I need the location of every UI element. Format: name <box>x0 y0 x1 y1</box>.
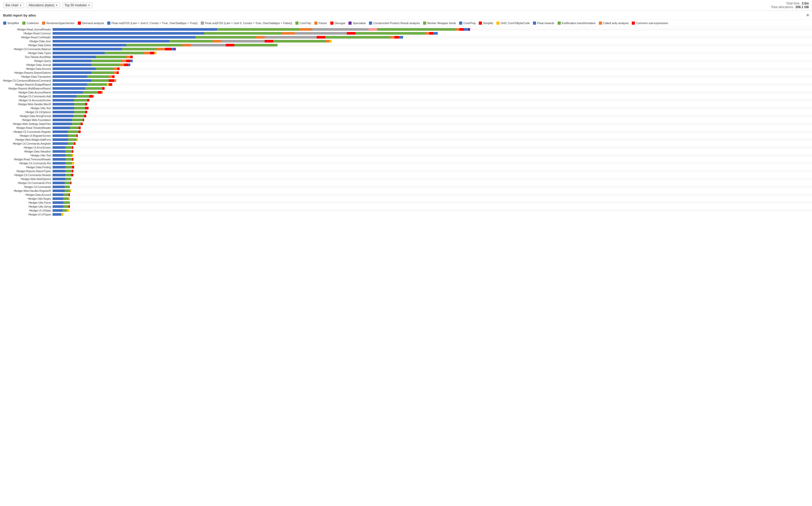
bar-segment[interactable] <box>53 68 96 70</box>
bar-segment[interactable] <box>226 44 234 47</box>
scope-dropdown[interactable]: Top 50 modules ▼ <box>62 2 93 8</box>
bar-segment[interactable] <box>355 32 425 35</box>
bar-segment[interactable] <box>85 87 103 90</box>
bar-segment[interactable] <box>53 166 65 168</box>
bar-segment[interactable] <box>91 79 109 82</box>
bar-segment[interactable] <box>53 111 74 113</box>
bar-segment[interactable] <box>165 48 172 51</box>
bar-segment[interactable] <box>70 182 72 184</box>
bar-segment[interactable] <box>53 131 68 133</box>
bar-segment[interactable] <box>72 122 81 125</box>
bar-segment[interactable] <box>68 142 74 145</box>
bar-segment[interactable] <box>53 174 65 176</box>
bar-segment[interactable] <box>65 150 72 153</box>
bar-segment[interactable] <box>53 182 65 184</box>
bar-segment[interactable] <box>53 83 87 86</box>
bar-segment[interactable] <box>65 154 72 157</box>
bar-segment[interactable] <box>72 154 73 157</box>
bar-segment[interactable] <box>53 146 65 149</box>
bar-segment[interactable] <box>117 71 119 74</box>
bar-segment[interactable] <box>53 135 68 137</box>
bar-segment[interactable] <box>118 68 120 70</box>
bar-segment[interactable] <box>65 166 72 168</box>
bar-segment[interactable] <box>221 40 265 43</box>
bar-segment[interactable] <box>128 64 130 66</box>
bar-segment[interactable] <box>65 174 71 176</box>
bar-segment[interactable] <box>53 48 122 51</box>
bar-segment[interactable] <box>74 99 87 101</box>
bar-segment[interactable] <box>85 103 87 105</box>
bar-segment[interactable] <box>53 79 91 82</box>
bar-segment[interactable] <box>53 118 72 121</box>
bar-segment[interactable] <box>72 162 74 165</box>
bar-segment[interactable] <box>53 36 196 38</box>
bar-segment[interactable] <box>72 150 73 153</box>
bar-segment[interactable] <box>53 193 63 196</box>
metric-dropdown[interactable]: Allocations (bytes) ▼ <box>26 2 60 8</box>
bar-segment[interactable] <box>76 95 89 98</box>
bar-segment[interactable] <box>96 68 113 70</box>
bar-segment[interactable] <box>102 91 103 94</box>
bar-segment[interactable] <box>113 68 118 70</box>
bar-segment[interactable] <box>330 40 332 43</box>
bar-segment[interactable] <box>53 209 63 212</box>
bar-segment[interactable] <box>464 28 468 31</box>
bar-segment[interactable] <box>150 52 154 54</box>
bar-segment[interactable] <box>112 75 114 78</box>
bar-segment[interactable] <box>113 71 117 74</box>
bar-segment[interactable] <box>53 142 68 145</box>
bar-segment[interactable] <box>143 52 150 54</box>
bar-segment[interactable] <box>174 48 176 51</box>
bar-segment[interactable] <box>87 99 89 101</box>
bar-segment[interactable] <box>65 189 70 192</box>
bar-segment[interactable] <box>73 115 84 117</box>
bar-segment[interactable] <box>433 32 437 35</box>
bar-segment[interactable] <box>299 28 312 31</box>
bar-segment[interactable] <box>53 103 74 105</box>
bar-segment[interactable] <box>273 40 325 43</box>
bar-segment[interactable] <box>74 111 85 113</box>
bar-segment[interactable] <box>213 40 221 43</box>
bar-segment[interactable] <box>347 32 355 35</box>
bar-segment[interactable] <box>61 213 63 216</box>
bar-segment[interactable] <box>130 56 132 58</box>
bar-segment[interactable] <box>91 71 113 74</box>
bar-segment[interactable] <box>172 48 174 51</box>
bar-segment[interactable] <box>53 170 65 172</box>
bar-segment[interactable] <box>109 75 112 78</box>
bar-segment[interactable] <box>53 75 87 78</box>
bar-segment[interactable] <box>53 122 72 125</box>
bar-segment[interactable] <box>53 91 83 94</box>
bar-segment[interactable] <box>217 28 299 31</box>
bar-segment[interactable] <box>325 36 390 38</box>
bar-segment[interactable] <box>53 71 91 74</box>
bar-segment[interactable] <box>53 52 105 54</box>
bar-segment[interactable] <box>53 158 65 161</box>
bar-segment[interactable] <box>122 48 157 51</box>
bar-segment[interactable] <box>53 213 61 216</box>
bar-segment[interactable] <box>67 209 69 212</box>
bar-segment[interactable] <box>85 107 88 109</box>
bar-segment[interactable] <box>53 87 85 90</box>
bar-segment[interactable] <box>459 28 464 31</box>
bar-segment[interactable] <box>65 146 72 149</box>
bar-segment[interactable] <box>65 170 72 172</box>
bar-segment[interactable] <box>63 197 69 200</box>
bar-segment[interactable] <box>53 28 217 31</box>
bar-segment[interactable] <box>53 150 65 153</box>
bar-segment[interactable] <box>68 131 79 133</box>
bar-segment[interactable] <box>96 56 126 58</box>
bar-segment[interactable] <box>109 83 112 86</box>
bar-segment[interactable] <box>234 44 278 47</box>
bar-segment[interactable] <box>107 83 109 86</box>
bar-segment[interactable] <box>295 32 347 35</box>
bar-segment[interactable] <box>65 178 71 180</box>
bar-segment[interactable] <box>63 209 67 212</box>
bar-segment[interactable] <box>68 135 76 137</box>
bar-segment[interactable] <box>204 32 282 35</box>
bar-segment[interactable] <box>81 122 83 125</box>
bar-segment[interactable] <box>65 182 70 184</box>
bar-segment[interactable] <box>53 40 170 43</box>
bar-segment[interactable] <box>191 44 226 47</box>
bar-segment[interactable] <box>87 75 109 78</box>
